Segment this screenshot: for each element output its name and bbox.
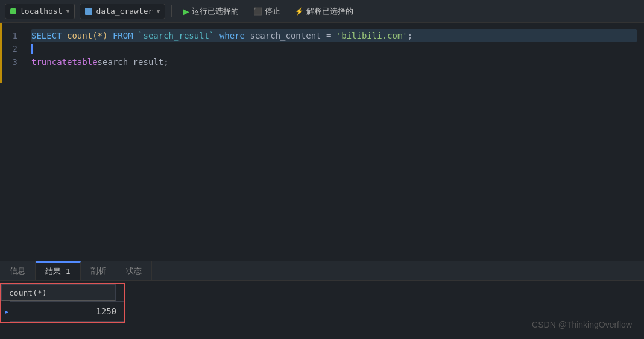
tab-info[interactable]: 信息 <box>0 261 36 280</box>
connection-status-icon <box>10 8 16 14</box>
db-chevron-icon: ▼ <box>156 8 160 14</box>
semicolon-1: ; <box>408 31 412 40</box>
explain-button[interactable]: ⚡ 解释已选择的 <box>290 4 358 19</box>
where-keyword: where <box>214 31 250 40</box>
explain-icon: ⚡ <box>295 7 304 16</box>
count-value-cell: 1250 <box>10 301 124 322</box>
toolbar: localhost ▼ data_crawler ▼ ▶ 运行已选择的 ⬛ 停止… <box>0 0 644 23</box>
table-keyword: table <box>72 55 97 69</box>
editor-area: 1 2 3 SELECT count(*) FROM `search_resul… <box>0 23 644 261</box>
result-table-bordered: count(*) ▶ 1250 <box>0 283 125 323</box>
code-editor[interactable]: SELECT count(*) FROM `search_result` whe… <box>24 23 644 261</box>
run-label: 运行已选择的 <box>192 6 239 17</box>
string-value: 'bilibili.com' <box>336 31 408 40</box>
stop-icon: ⬛ <box>253 7 262 16</box>
play-icon: ▶ <box>183 7 189 16</box>
result-table-header: count(*) <box>1 284 124 301</box>
row-indicator: ▶ <box>1 301 10 322</box>
tab-result1[interactable]: 结果 1 <box>36 261 81 280</box>
truncate-args: search_result; <box>98 55 169 69</box>
truncate-keyword: truncate <box>31 55 72 69</box>
explain-label: 解释已选择的 <box>306 6 353 17</box>
run-button[interactable]: ▶ 运行已选择的 <box>178 4 244 19</box>
result-table-container: count(*) ▶ 1250 <box>0 281 644 323</box>
db-icon <box>85 8 92 15</box>
host-chevron-icon: ▼ <box>66 8 69 14</box>
host-dropdown[interactable]: localhost ▼ <box>5 4 75 19</box>
tab-status[interactable]: 状态 <box>116 261 152 280</box>
toolbar-separator-1 <box>171 5 172 17</box>
db-dropdown[interactable]: data_crawler ▼ <box>80 4 165 19</box>
tab-profiling[interactable]: 剖析 <box>81 261 116 280</box>
count-column-header: count(*) <box>1 284 116 301</box>
left-accent-bar <box>0 23 2 83</box>
code-line-3: truncate table search_result; <box>31 55 637 69</box>
code-line-1: SELECT count(*) FROM `search_result` whe… <box>31 29 637 42</box>
count-function: count(*) <box>67 31 107 40</box>
host-label: localhost <box>20 7 62 16</box>
stop-label: 停止 <box>265 6 280 17</box>
result-table-row: ▶ 1250 <box>1 301 124 322</box>
select-keyword: SELECT <box>31 31 67 40</box>
watermark: CSDN @ThinkingOverflow <box>532 320 632 329</box>
stop-button[interactable]: ⬛ 停止 <box>248 4 285 19</box>
text-cursor <box>31 44 33 54</box>
table-name: `search_result` <box>138 31 214 40</box>
code-line-2 <box>31 42 637 55</box>
code-line-1-content: SELECT count(*) FROM `search_result` whe… <box>31 29 637 42</box>
bottom-tabs: 信息 结果 1 剖析 状态 <box>0 261 644 281</box>
line-number-1: 1 <box>0 29 17 42</box>
from-keyword: FROM <box>107 31 138 40</box>
bottom-panel: 信息 结果 1 剖析 状态 count(*) ▶ 1250 <box>0 261 644 339</box>
column-name: search_content <box>250 31 321 40</box>
line-number-2: 2 <box>0 42 17 55</box>
db-label: data_crawler <box>96 7 153 16</box>
equals-op: = <box>321 31 336 40</box>
line-numbers: 1 2 3 <box>0 23 24 261</box>
line-number-3: 3 <box>0 55 17 69</box>
